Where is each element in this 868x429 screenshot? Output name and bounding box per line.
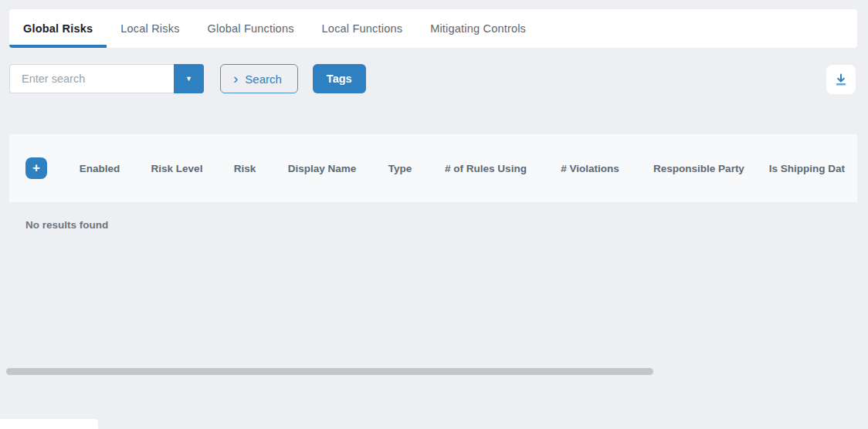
horizontal-scrollbar-thumb[interactable] bbox=[6, 368, 653, 375]
column-header--violations[interactable]: # Violations bbox=[531, 163, 649, 174]
column-header-risk-level[interactable]: Risk Level bbox=[148, 163, 205, 174]
column-header-responsible-party[interactable]: Responsible Party bbox=[649, 163, 749, 174]
column-header-display-name[interactable]: Display Name bbox=[284, 163, 360, 174]
search-button-label: Search bbox=[245, 73, 282, 86]
tab-local-functions[interactable]: Local Functions bbox=[308, 9, 417, 48]
add-button[interactable]: + bbox=[25, 157, 47, 179]
tab-bar: Global RisksLocal RisksGlobal FunctionsL… bbox=[9, 9, 857, 48]
tab-mitigating-controls[interactable]: Mitigating Controls bbox=[416, 9, 540, 48]
tags-button[interactable]: Tags bbox=[313, 64, 366, 93]
empty-state-message: No results found bbox=[25, 219, 108, 231]
column-header-is-shipping-dat[interactable]: Is Shipping Dat bbox=[749, 163, 857, 174]
chevron-right-icon: › bbox=[233, 71, 238, 86]
bottom-panel-edge bbox=[0, 419, 98, 429]
search-button[interactable]: › Search bbox=[220, 64, 298, 93]
column-header--of-rules-using[interactable]: # of Rules Using bbox=[440, 163, 531, 174]
tab-local-risks[interactable]: Local Risks bbox=[107, 9, 193, 48]
download-icon bbox=[834, 73, 848, 86]
search-input[interactable] bbox=[9, 64, 174, 93]
plus-icon: + bbox=[32, 160, 40, 175]
column-header-risk[interactable]: Risk bbox=[205, 163, 284, 174]
column-header-type[interactable]: Type bbox=[360, 163, 440, 174]
search-toolbar: ▼ › Search Tags bbox=[9, 64, 366, 93]
tab-global-functions[interactable]: Global Functions bbox=[194, 9, 308, 48]
plus-cell: + bbox=[9, 157, 51, 179]
table-header-columns: EnabledRisk LevelRiskDisplay NameType# o… bbox=[51, 163, 857, 174]
table-header: + EnabledRisk LevelRiskDisplay NameType#… bbox=[9, 134, 857, 202]
search-group: ▼ bbox=[9, 64, 204, 93]
tab-global-risks[interactable]: Global Risks bbox=[9, 9, 107, 48]
download-button[interactable] bbox=[826, 65, 856, 94]
search-options-dropdown-button[interactable]: ▼ bbox=[174, 64, 204, 93]
column-header-enabled[interactable]: Enabled bbox=[51, 163, 148, 174]
caret-down-icon: ▼ bbox=[185, 75, 192, 83]
